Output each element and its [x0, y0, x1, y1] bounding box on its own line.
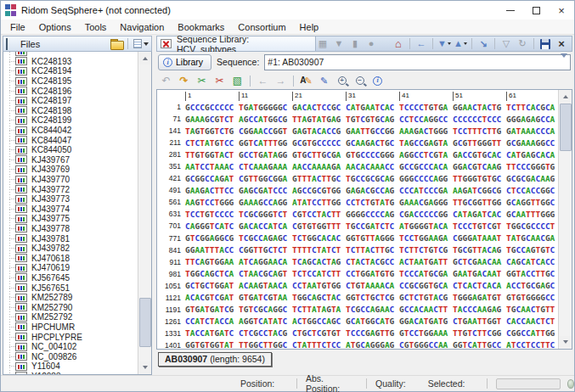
back-arrow-icon[interactable]: ←	[414, 37, 428, 50]
tree-item[interactable]: KJ439773	[3, 194, 138, 204]
tree-item[interactable]: KC844050	[3, 145, 138, 155]
sequence-row[interactable]: 1GCCCGCCCCCTGATGGGGGCGACACTCCGCCATGAATCA…	[159, 101, 558, 113]
open-folder-icon[interactable]	[110, 39, 122, 48]
cut-keep-icon[interactable]: ✂	[194, 74, 209, 87]
sequence-row[interactable]: 771GTCGGAGGCGTCGCCAGAGCTCTGGCACACGGTGTTA…	[159, 232, 558, 244]
maximize-button[interactable]	[523, 1, 549, 20]
sequence-row[interactable]: 351AATCCTAAACCTCAAAGAAAAACCAAAAGAAACACAA…	[159, 160, 558, 172]
extract-region-icon[interactable]: ▧	[230, 74, 245, 87]
tree-item[interactable]: KC248193	[3, 57, 138, 67]
zoom-out-icon[interactable]: −	[352, 74, 367, 87]
close-button[interactable]: ×	[549, 1, 574, 20]
scroll-up-icon[interactable]	[560, 91, 572, 103]
tree-item[interactable]: HPCHUMR	[3, 322, 138, 333]
tree-item[interactable]: KJ439770	[3, 175, 138, 185]
home-icon[interactable]: ⌂	[392, 37, 405, 50]
menu-help[interactable]: Help	[293, 21, 326, 33]
tree-item[interactable]: KC844042	[3, 126, 138, 136]
menu-bookmarks[interactable]: Bookmarks	[171, 21, 231, 33]
sequence-row[interactable]: 1121ACACGTCGATGTGATCGTAATGGCAGCTACGGTCTG…	[159, 292, 558, 304]
sequence-row[interactable]: 1051GCTGCTGGATACAAGTAACACCTAATGTGGCTGTAA…	[159, 280, 558, 292]
menu-consortium[interactable]: Consortium	[231, 21, 292, 33]
menu-options[interactable]: Options	[32, 21, 78, 33]
tree-item[interactable]: KJ567645	[3, 273, 138, 283]
sequence-row[interactable]: 561AAGTCCTGGGGAAAGCCAGGATATCCTTGGCCTCTGT…	[159, 196, 558, 208]
files-scrollbar[interactable]	[138, 52, 151, 374]
tree-item[interactable]: KJ439772	[3, 184, 138, 194]
tree-item[interactable]: KJ470618	[3, 253, 138, 263]
tree-item-label: KC248196	[30, 87, 73, 96]
sequence-info-icon[interactable]: i	[370, 74, 385, 87]
sequence-file-icon	[15, 283, 27, 292]
redo-icon[interactable]: ↷	[177, 74, 191, 87]
sequence-row[interactable]: 1261CCATCTACCAAGGTCATATCACTGGCCAGCGCATGG…	[159, 316, 558, 328]
scroll-down-icon[interactable]	[560, 336, 572, 348]
minimize-button[interactable]	[498, 1, 523, 20]
sequence-row[interactable]: 71GAAAGCGTCTAGCCATGGCGTTAGTATGAGTGTCGTGC…	[159, 113, 558, 125]
edit-base-icon[interactable]: A✎	[299, 74, 313, 87]
sequence-row[interactable]: 1401GGTGTGGTATTTGGCTTGGCCTATTTCTCCATGCAG…	[159, 339, 558, 349]
menu-tools[interactable]: Tools	[78, 21, 114, 33]
tree-item[interactable]: KC248197	[3, 96, 138, 106]
close-tab-icon[interactable]: ×	[555, 37, 568, 50]
sequence-name-tab[interactable]: AB030907 (length: 9654)	[158, 352, 272, 367]
zoom-in-icon[interactable]: +	[335, 74, 349, 87]
sequence-row[interactable]: 211CTCTATGTCCGGTCATTTGGGCGTGCCCCCGCAAGAC…	[159, 137, 558, 148]
library-button[interactable]: i Library	[158, 54, 211, 70]
tree-item[interactable]: KJ439774	[3, 204, 138, 215]
sequence-row[interactable]: 421GCGGCCAGATCGTTGGCGGAGTTTACTTGCTGCCGCG…	[159, 172, 558, 184]
tree-item[interactable]: KJ567651	[3, 283, 138, 293]
undo-icon: ↶	[159, 74, 173, 87]
tree-item[interactable]: KC248194	[3, 66, 138, 76]
edit-annotation-icon[interactable]: ✎	[317, 74, 331, 87]
tree-item[interactable]: KJ439769	[3, 165, 138, 175]
sequence-select[interactable]: #1: AB030907	[264, 54, 571, 70]
scroll-up-icon[interactable]	[139, 53, 151, 64]
jump-icon[interactable]: ↘	[476, 37, 490, 50]
sequence-row[interactable]: 1191GTGATGATCGTGTCGCAGGCTCTTATAGTATCGCCA…	[159, 304, 558, 316]
tree-item[interactable]: NC_009826	[3, 351, 138, 361]
sequence-row[interactable]: 631TCCTGTCCCCTCGCGGGTCTCGTCCTACTTGGGGCCC…	[159, 208, 558, 220]
cut-remove-icon[interactable]: ✂	[212, 74, 227, 87]
next-hit-down-icon[interactable]: ▼	[437, 37, 451, 50]
menu-navigation[interactable]: Navigation	[113, 21, 171, 33]
tree-item[interactable]: KJ439781	[3, 233, 138, 244]
sequence-row[interactable]: 981TGGCAGCTCACTAACGCAGTTCTCCATCTTCCTGGAT…	[159, 268, 558, 280]
sequence-row[interactable]: 281TTGTGGTACTGCCTGATAGGGTGCTTGCGAGTGCCCC…	[159, 148, 558, 160]
tree-item[interactable]: KM252790	[3, 302, 138, 312]
sequence-row[interactable]: 141TAGTGGTCTGCGGAACCGGTGAGTACACCGGAATTGC…	[159, 125, 558, 137]
files-scrollbar-thumb[interactable]	[139, 298, 151, 347]
sequence-scrollbar[interactable]	[558, 90, 572, 349]
tree-item[interactable]: KC844047	[3, 135, 138, 145]
tree-item[interactable]: KC248195	[3, 76, 138, 87]
sequence-row[interactable]: 701CAGGGTCATCGACACCATCACGTGTGGTTTTGCCGAT…	[159, 220, 558, 232]
menu-file[interactable]: File	[3, 21, 32, 33]
view-options-icon[interactable]	[133, 39, 149, 48]
sequence-row[interactable]: 1331TACCATGATCCTCGCCTACGCTGCTCGTGTTCCCGA…	[159, 328, 558, 339]
sequence-row[interactable]: 491GAAGACTTCCGAGCGATCCCAGCCGCGTGGGAGACGC…	[159, 184, 558, 196]
sequence-row[interactable]: 841GGAATTTACCCGGTTGCTCTTTTTCTATCTTCTTACT…	[159, 244, 558, 256]
tree-item[interactable]: KJ439775	[3, 214, 138, 224]
tree-item[interactable]: KC248196	[3, 86, 138, 96]
base-group: GACACTCCGC	[292, 103, 341, 112]
sequence-row[interactable]: 911TTCAGTGGAAATCAGGAACATCAGCACTAGCTACTAC…	[159, 256, 558, 268]
tree-item[interactable]: NC_004102	[3, 342, 138, 352]
tree-item[interactable]: Y11604	[3, 361, 138, 372]
prev-hit-up-icon[interactable]: ▲	[454, 37, 467, 50]
tab-sequence-library[interactable]: Sequence Library: HCV_subtypes	[157, 36, 316, 51]
tree-item[interactable]: KJ439778	[3, 224, 138, 234]
tree-item[interactable]: KC248199	[3, 115, 138, 126]
tree-item[interactable]: KJ439767	[3, 155, 138, 165]
sequence-file-icon	[15, 303, 27, 311]
tree-item[interactable]: KC248198	[3, 106, 138, 116]
tree-item[interactable]: KM252792	[3, 312, 138, 322]
save-icon[interactable]	[538, 37, 552, 50]
tree-item[interactable]: KJ439782	[3, 244, 138, 254]
tree-item[interactable]: Y12083	[3, 372, 138, 374]
tree-item[interactable]: HPCPLYPRE	[3, 332, 138, 342]
scroll-down-icon[interactable]	[139, 361, 151, 373]
tree-item[interactable]: KJ470619	[3, 263, 138, 273]
tree-item[interactable]: KM252789	[3, 293, 138, 303]
computer-icon	[6, 39, 17, 48]
sequence-scrollbar-thumb[interactable]	[560, 104, 572, 151]
